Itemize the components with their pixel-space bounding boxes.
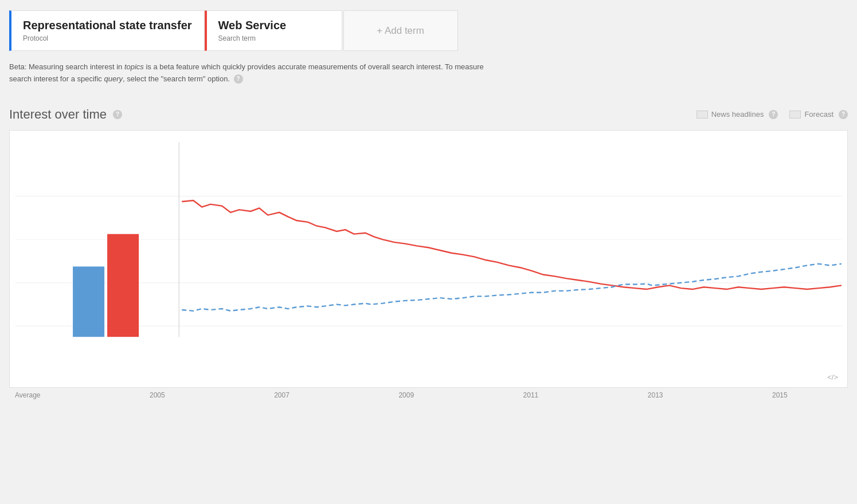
beta-italic2: query [104, 74, 123, 83]
section-help-icon[interactable]: ? [113, 110, 122, 119]
forecast-legend: Forecast ? [789, 110, 848, 119]
x-label-2015: 2015 [772, 391, 788, 399]
section-title-group: Interest over time ? [9, 107, 122, 122]
x-label-2005: 2005 [150, 391, 165, 399]
legend-group: News headlines ? Forecast ? [696, 110, 848, 119]
red-line [182, 200, 842, 289]
x-label-2007: 2007 [274, 391, 289, 399]
beta-notice: Beta: Measuring search interest in topic… [0, 51, 516, 90]
forecast-label: Forecast [804, 110, 833, 119]
term-card-2[interactable]: Web Service Search term [205, 10, 342, 51]
avg-bar-red [107, 234, 139, 337]
term1-subtitle: Protocol [23, 34, 192, 42]
beta-help-icon[interactable]: ? [234, 74, 243, 84]
forecast-help-icon[interactable]: ? [839, 110, 848, 119]
embed-icon[interactable]: </> [827, 373, 838, 381]
term2-title: Web Service [218, 19, 330, 32]
add-term-label: + Add term [377, 25, 424, 37]
term2-subtitle: Search term [218, 34, 330, 42]
chart-container: </> [9, 130, 848, 388]
x-axis: Average 2005 2007 2009 2011 2013 2015 [9, 388, 848, 399]
news-headlines-box [696, 111, 708, 119]
chart-inner [15, 142, 842, 359]
section-title: Interest over time [9, 107, 107, 122]
x-label-2013: 2013 [648, 391, 663, 399]
terms-bar: Representational state transfer Protocol… [0, 0, 857, 51]
beta-prefix: Beta: Measuring search interest in [9, 62, 124, 71]
chart-svg [15, 142, 842, 359]
news-help-icon[interactable]: ? [769, 110, 778, 119]
term1-title: Representational state transfer [23, 19, 192, 32]
news-headlines-label: News headlines [711, 110, 764, 119]
forecast-box [789, 111, 801, 119]
x-label-2011: 2011 [523, 391, 539, 399]
news-headlines-legend: News headlines ? [696, 110, 778, 119]
add-term-button[interactable]: + Add term [343, 10, 458, 51]
section-header: Interest over time ? News headlines ? Fo… [0, 90, 857, 130]
beta-italic1: topics [124, 62, 144, 71]
term-card-1[interactable]: Representational state transfer Protocol [9, 10, 204, 51]
avg-bar-blue [73, 266, 104, 337]
beta-suffix: , select the "search term" option. [123, 74, 230, 83]
x-label-2009: 2009 [398, 391, 414, 399]
x-label-avg: Average [15, 391, 40, 399]
